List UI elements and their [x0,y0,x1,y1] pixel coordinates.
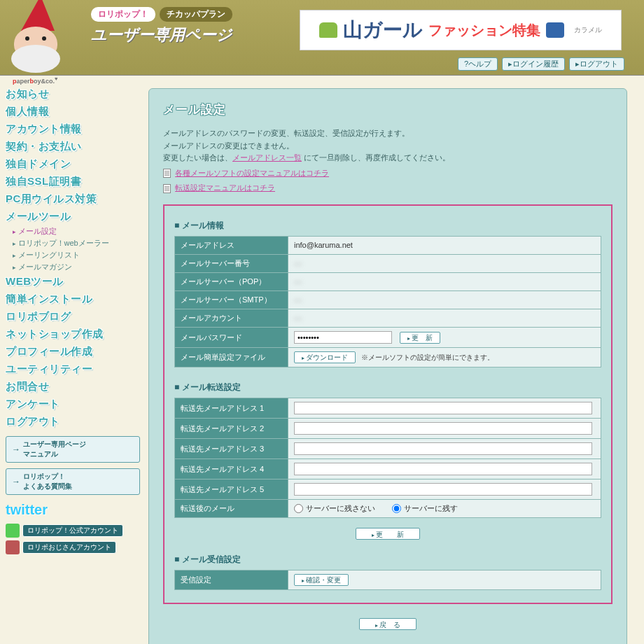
label-acct: メールアカウント [175,309,288,327]
twitter-heading: twitter [6,502,140,518]
mail-info-title: メール情報 [174,220,601,232]
nav-webmailer[interactable]: ロリポップ！webメーラー [6,237,140,249]
file-note: ※メールソフトの設定が簡単にできます。 [361,354,494,361]
mail-info-table: メールアドレスinfo@karuma.net メールサーバー番号— メールサーバ… [174,236,601,368]
avatar-icon [6,540,20,554]
nav-account[interactable]: アカウント情報 [6,120,140,138]
label-num: メールサーバー番号 [175,254,288,272]
fwd-label-5: 転送先メールアドレス 5 [175,479,288,500]
nav-utility[interactable]: ユーティリティー [6,360,140,378]
nav-shop[interactable]: ネットショップ作成 [6,326,140,343]
fwd-input-1[interactable] [294,402,592,414]
forward-table: 転送先メールアドレス 1 転送先メールアドレス 2 転送先メールアドレス 3 転… [174,398,601,518]
logout-button[interactable]: ▸ログアウト [569,57,624,71]
update-password-button[interactable]: 更 新 [400,332,440,344]
fwd-label-1: 転送先メールアドレス 1 [175,398,288,419]
plan-pill: チカッパプラン [160,7,232,22]
label-pop: メールサーバー（POP） [175,272,288,290]
confirm-change-button[interactable]: 確認・変更 [294,574,349,586]
manual2-link[interactable]: 転送設定マニュアルはコチラ [175,182,275,195]
twitter-official[interactable]: ロリポップ！公式アカウント [6,522,140,539]
password-input[interactable] [294,331,392,344]
document-icon [163,169,171,178]
nav-install[interactable]: 簡単インストール [6,290,140,308]
brand-logo: ロリポップ！ チカッパプラン ユーザー専用ページ [91,7,232,46]
value-pop: — [294,277,302,286]
receive-label: 受信設定 [175,570,288,590]
nav-mailmag[interactable]: メールマガジン [6,261,140,273]
banner-title: 山ガール [343,17,423,43]
radio-keep-on[interactable]: サーバーに残す [392,503,458,514]
mail-list-link[interactable]: メールアドレス一覧 [232,153,302,162]
gnome-mascot [0,0,57,60]
value-acct: — [294,314,302,322]
cart-icon [546,22,564,38]
nav-webtool[interactable]: WEBツール [6,273,140,290]
nav-personal[interactable]: 個人情報 [6,103,140,120]
highlight-region: メール情報 メールアドレスinfo@karuma.net メールサーバー番号— … [163,204,612,605]
receive-table: 受信設定確認・変更 [174,570,601,590]
fwd-after-label: 転送後のメール [175,500,288,518]
sidebar: お知らせ 個人情報 アカウント情報 契約・お支払い 独自ドメイン 独自SSL証明… [0,81,140,644]
fwd-label-4: 転送先メールアドレス 4 [175,459,288,479]
nav-contact[interactable]: お問合せ [6,378,140,396]
avatar-icon [6,524,20,538]
page-title: メール設定 [163,102,612,118]
fwd-label-2: 転送先メールアドレス 2 [175,419,288,439]
fwd-input-3[interactable] [294,442,592,455]
label-addr: メールアドレス [175,236,288,254]
label-smtp: メールサーバー（SMTP） [175,290,288,309]
nav-blog[interactable]: ロリポブログ [6,308,140,326]
manual1-link[interactable]: 各種メールソフトの設定マニュアルはコチラ [175,167,329,180]
banner-brand: カラメル [574,25,602,35]
fwd-input-4[interactable] [294,463,592,475]
help-button[interactable]: ?ヘルプ [458,57,498,71]
nav-virus[interactable]: PC用ウイルス対策 [6,190,140,208]
label-file: メール簡単設定ファイル [175,348,288,368]
label-pass: メールパスワード [175,327,288,348]
ad-banner[interactable]: 山ガール ファッション特集 カラメル [300,10,622,50]
description: メールアドレスのパスワードの変更、転送設定、受信設定が行えます。 メールアドレス… [163,127,612,195]
update-forward-button[interactable]: 更 新 [356,528,420,540]
value-addr: info@karuma.net [288,236,601,254]
radio-keep-off[interactable]: サーバーに残さない [294,503,375,514]
receive-title: メール受信設定 [174,554,601,566]
brand-subtitle: ユーザー専用ページ [91,24,232,46]
twitter-oji[interactable]: ロリポおじさんアカウント [6,539,140,556]
fwd-label-3: 転送先メールアドレス 3 [175,439,288,459]
header: ロリポップ！ チカッパプラン ユーザー専用ページ 山ガール ファッション特集 カ… [0,0,644,76]
banner-sub: ファッション特集 [428,21,540,40]
forward-title: メール転送設定 [174,382,601,393]
faq-box[interactable]: →ロリポップ！よくある質問集 [6,468,140,495]
nav-notice[interactable]: お知らせ [6,85,140,103]
document-icon [163,184,171,193]
nav-contract[interactable]: 契約・お支払い [6,138,140,155]
nav-mailtool[interactable]: メールツール [6,208,140,225]
value-num: — [294,259,302,267]
nav-profile[interactable]: プロフィール作成 [6,343,140,360]
nav-mailinglist[interactable]: メーリングリスト [6,249,140,261]
brand-pill: ロリポップ！ [91,7,155,22]
paperboy-logo: paperboy&co.♥ [13,76,57,85]
value-smtp: — [294,295,302,304]
manual-box[interactable]: →ユーザー専用ページマニュアル [6,436,140,463]
shoe-icon [319,22,337,38]
nav-domain[interactable]: 独自ドメイン [6,155,140,173]
download-button[interactable]: ダウンロード [294,351,356,363]
login-history-button[interactable]: ▸ログイン履歴 [502,57,565,71]
nav-logout[interactable]: ログアウト [6,413,140,430]
main-panel: メール設定 メールアドレスのパスワードの変更、転送設定、受信設定が行えます。 メ… [148,88,627,644]
nav-mail-settings[interactable]: メール設定 [6,225,140,237]
fwd-input-2[interactable] [294,422,592,435]
nav-survey[interactable]: アンケート [6,396,140,413]
back-button[interactable]: 戻 る [359,618,416,630]
fwd-input-5[interactable] [294,483,592,496]
nav-ssl[interactable]: 独自SSL証明書 [6,173,140,190]
